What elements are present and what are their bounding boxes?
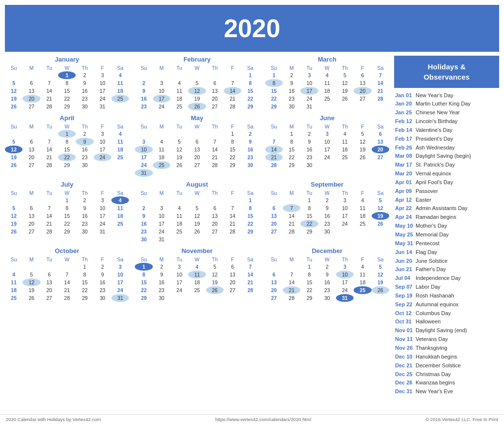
day-header-m: M [283,190,300,196]
year-label: 2020 [224,14,280,42]
month-title-may: May [135,114,259,122]
calendar-day: 23 [283,95,300,103]
calendar-table-september: SuMTuWThFSa12345678910111213141516171819… [265,190,389,235]
calendar-day: 18 [188,278,206,286]
calendar-day: 27 [224,286,241,294]
day-header-w: W [318,256,336,263]
holiday-date: May 25 [395,231,414,238]
month-january: JanuarySuMTuWThFSa1234567891011121314151… [5,56,129,110]
holiday-name: Memorial Day [416,231,449,238]
calendar-day: 29 [241,103,259,110]
calendar-day: 17 [153,220,170,228]
calendar-day [94,161,111,169]
calendar-day: 25 [354,220,371,228]
calendar-day: 15 [241,87,259,95]
calendar-day: 1 [135,263,152,271]
calendar-day: 5 [188,204,206,212]
day-header-th: Th [336,64,354,71]
calendar-day: 17 [318,146,336,153]
calendar-day: 2 [318,196,336,204]
calendar-table-july: SuMTuWThFSa12345678910111213141516171819… [5,190,129,235]
calendar-day: 17 [300,87,318,95]
calendar-day: 17 [153,95,170,103]
calendar-day: 4 [336,130,354,138]
day-header-w: W [318,190,336,196]
calendar-day: 23 [318,220,336,228]
holiday-date: Apr 22 [395,205,414,212]
calendar-day [318,161,336,169]
day-header-w: W [58,123,76,130]
calendar-day: 10 [318,138,336,146]
calendar-day: 31 [153,235,170,243]
calendar-day: 15 [300,278,318,286]
calendar-day: 14 [41,146,58,153]
calendar-day: 19 [22,286,40,294]
calendar-day: 24 [153,228,170,235]
holidays-section: Holidays &Observances Jan 01New Year's D… [394,52,499,412]
calendar-day: 29 [76,294,93,302]
holiday-item: Nov 01Daylight Saving (end) [394,326,499,335]
calendar-day: 4 [111,130,129,138]
holiday-date: May 10 [395,222,414,230]
calendar-day [188,71,206,79]
day-header-su: Su [265,256,283,263]
calendar-day: 18 [153,153,170,161]
calendar-day: 29 [135,294,152,302]
calendar-day: 12 [5,146,22,153]
calendar-day: 18 [354,278,371,286]
calendar-day: 29 [265,103,283,110]
calendar-day: 5 [372,263,389,271]
calendar-day: 22 [241,220,259,228]
holiday-name: Admin Assistants Day [416,205,467,212]
calendar-day: 21 [283,286,300,294]
calendar-day: 7 [58,271,76,278]
holiday-date: Dec 21 [395,362,414,369]
holiday-name: Autumnal equinox [416,301,459,308]
month-title-august: August [135,181,259,188]
holiday-name: Columbus Day [416,310,451,317]
calendar-day: 1 [241,196,259,204]
calendar-day [41,263,58,271]
calendar-day: 26 [372,286,389,294]
calendar-day: 28 [41,103,58,110]
day-header-sa: Sa [241,123,259,130]
holiday-date: Nov 01 [395,327,414,334]
calendar-day [153,71,170,79]
calendar-day: 19 [336,87,354,95]
footer-right: © 2016 Vertex42 LLC. Free to Print [425,417,498,422]
calendar-day: 28 [58,294,76,302]
day-header-f: F [94,256,111,263]
holiday-date: Jul 04 [395,275,414,282]
calendar-day: 18 [354,212,371,220]
calendar-day: 11 [354,271,371,278]
holiday-name: St. Patrick's Day [416,161,455,169]
month-may: MaySuMTuWThFSa12345678910111213141516171… [135,114,259,177]
holiday-name: Valentine's Day [416,127,452,134]
day-header-tu: Tu [300,256,318,263]
holiday-date: Feb 14 [395,127,414,134]
holidays-list: Jan 01New Year's DayJan 20Martin Luther … [394,91,499,396]
day-header-th: Th [336,190,354,196]
month-title-december: December [265,247,389,254]
calendar-day: 3 [94,71,111,79]
calendar-day: 6 [41,271,58,278]
calendar-day: 14 [41,87,58,95]
day-header-f: F [224,190,241,196]
calendar-day [354,161,371,169]
calendar-day: 25 [318,95,336,103]
calendar-day: 3 [153,204,170,212]
holiday-name: June Solstice [416,257,447,265]
calendar-day: 7 [265,138,283,146]
calendar-day [224,169,241,177]
day-header-th: Th [206,256,224,263]
holiday-name: Easter [416,196,431,204]
calendar-day: 3 [153,79,170,87]
calendar-day: 7 [241,263,259,271]
holiday-item: Apr 09Passover [394,187,499,195]
calendar-day: 26 [5,161,22,169]
calendar-day: 20 [206,95,224,103]
holiday-name: New Year's Eve [416,388,453,395]
calendar-day: 30 [300,161,318,169]
day-header-sa: Sa [241,190,259,196]
day-header-w: W [188,123,206,130]
